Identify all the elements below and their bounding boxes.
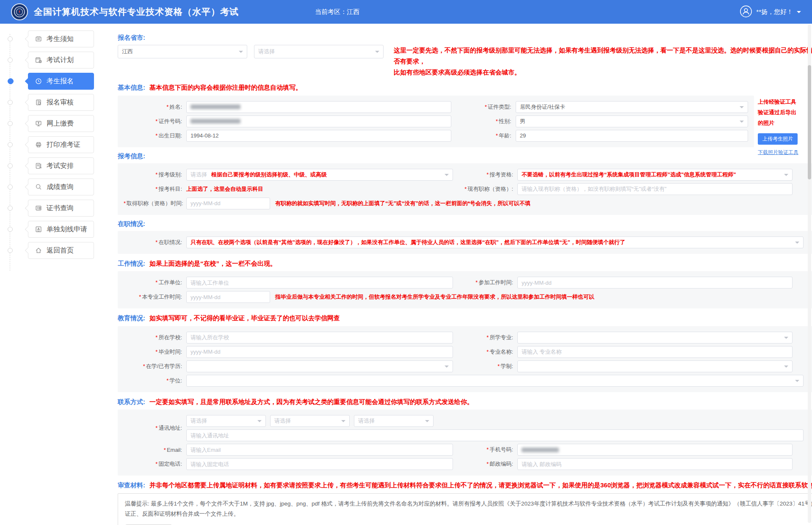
- row-employ-status: *在职情况: 只有在职、在校两个选项（以前是有“其他”选项的，现在好像没了），如…: [124, 236, 812, 248]
- sidebar-item-scores[interactable]: 成绩查询: [28, 179, 94, 195]
- city-select[interactable]: 请选择: [254, 45, 384, 58]
- address-district-select[interactable]: 请选择: [354, 415, 434, 427]
- scrollbar-thumb[interactable]: [808, 65, 811, 179]
- row-grad-majorname: *毕业时间: *专业名称:: [124, 346, 812, 358]
- title-time-input[interactable]: [186, 198, 270, 209]
- address-detail-input[interactable]: [186, 429, 804, 441]
- upload-photo-button[interactable]: 上传考生照片: [758, 133, 798, 145]
- employ-section-head: 在职情况:: [118, 220, 812, 228]
- province-note: 这里一定要先选，不然下面的报考级别那里可能无法选择，如果有考生遇到报考级别无法选…: [394, 45, 812, 78]
- card-notch: [25, 184, 31, 190]
- row-birth-age: *出生日期: *年龄:: [124, 130, 748, 142]
- school-input[interactable]: [186, 332, 453, 344]
- unit-label: *工作单位:: [124, 279, 186, 286]
- sidebar-item-label: 打印准考证: [47, 140, 80, 149]
- document-stamp-icon: [35, 99, 42, 106]
- user-menu[interactable]: **扬，您好！: [740, 5, 801, 19]
- card-notch: [25, 226, 31, 232]
- card-notch: [25, 205, 31, 211]
- sidebar-item-home[interactable]: 返回首页: [28, 242, 94, 259]
- degree-select[interactable]: [186, 375, 804, 387]
- chevron-down-icon: [445, 366, 449, 370]
- gender-label: *性别:: [451, 118, 516, 125]
- row-name-idtype: *姓名: *证件类型: 居民身份证/社保卡: [124, 101, 748, 113]
- work-unit-input[interactable]: [186, 277, 453, 289]
- upload-tip-text: 温馨提示: 最多上传1个文件，每个文件不大于1M，支持 jpg、jpeg、png…: [125, 499, 812, 520]
- title-time-note: 有职称的就如实填写时间，无职称的上面填了“无”或“没有”的话，这一栏前面的*号会…: [275, 200, 530, 207]
- sidebar-item-schedule[interactable]: 考试安排: [28, 157, 94, 174]
- contact-section-note: 一定要如实填写，且是常用联系地址及方式，因为有关考试之类的重要信息可能会通过你填…: [149, 397, 473, 407]
- major-work-time-input[interactable]: [186, 291, 270, 303]
- sidebar-item-review[interactable]: 报名审核: [28, 94, 94, 111]
- grad-label: *毕业时间:: [124, 348, 186, 356]
- work-section-note: 如果上面选择的是“在校”，这一栏不会出现。: [149, 259, 276, 269]
- name-input[interactable]: [186, 101, 451, 113]
- card-notch: [25, 121, 31, 126]
- sidebar-item-register[interactable]: 考生报名: [28, 73, 94, 90]
- email-input[interactable]: [186, 444, 453, 456]
- chevron-down-icon: [784, 174, 788, 178]
- chevron-down-icon: [239, 51, 243, 55]
- zip-input[interactable]: [517, 458, 793, 470]
- age-label: *年龄:: [451, 132, 516, 140]
- phone-input[interactable]: [186, 458, 453, 470]
- birth-input[interactable]: [186, 130, 451, 142]
- site-logo: [11, 3, 28, 20]
- work-section: *工作单位: *参加工作时间: *本专业工作时间: 指毕业后做与本专业相关工作的…: [118, 271, 812, 308]
- scrollbar-track[interactable]: [808, 25, 811, 523]
- grad-time-input[interactable]: [186, 346, 453, 358]
- download-photo-tool-link[interactable]: 下载照片验证工具: [758, 149, 798, 156]
- gender-select[interactable]: 男: [516, 115, 748, 127]
- major-select[interactable]: [517, 332, 793, 344]
- row-school-major: *所在学校: *所学专业:: [124, 332, 812, 344]
- current-region: 当前考区： 江西: [315, 8, 359, 16]
- sidebar-item-label: 考试计划: [47, 56, 74, 65]
- join-work-time-input[interactable]: [517, 277, 793, 289]
- idtype-select[interactable]: 居民身份证/社保卡: [516, 101, 748, 113]
- years-label: *学制:: [453, 363, 517, 370]
- audit-section-label: 审查材料:: [118, 481, 145, 489]
- major-name-input[interactable]: [517, 346, 793, 358]
- row-degree: *学位:: [124, 375, 812, 387]
- level-select[interactable]: 请选择 根据自己要报考的级别选择初级、中级、或高级: [186, 169, 453, 181]
- masked-name-value: [191, 104, 240, 109]
- employ-status-select[interactable]: 只有在职、在校两个选项（以前是有“其他”选项的，现在好像没了），如果没有工作单位…: [186, 236, 804, 248]
- basic-section-note: 基本信息下面的内容会根据你注册时的信息自动填写。: [149, 83, 302, 93]
- address-city-select[interactable]: 请选择: [270, 415, 350, 427]
- sidebar-item-label: 报名审核: [47, 98, 74, 107]
- region-value: 江西: [347, 8, 359, 16]
- major-name-label: *专业名称:: [453, 348, 517, 356]
- school-label: *所在学校:: [124, 334, 186, 341]
- idnum-input[interactable]: [186, 115, 451, 127]
- sidebar: 考生须知 考试计划 考生报名 报名审核: [0, 24, 106, 525]
- name-label: *姓名:: [124, 103, 186, 111]
- qual-select[interactable]: 不要选错，以前有考生出现过报考“系统集成项目管理工程师”选成"信息系统管理工程师…: [517, 169, 793, 181]
- address-province-select[interactable]: 请选择: [186, 415, 266, 427]
- row-title-time: *取得职称（资格）时间: 有职称的就如实填写时间，无职称的上面填了“无”或“没有…: [124, 198, 812, 209]
- age-input[interactable]: [516, 130, 748, 142]
- zip-label: *邮政编码:: [453, 460, 517, 468]
- sidebar-item-plan[interactable]: 考试计划: [28, 52, 94, 69]
- employ-section-label: 在职情况:: [118, 220, 145, 228]
- chevron-down-icon: [425, 420, 429, 424]
- province-section-head: 报名省市:: [118, 34, 812, 42]
- sidebar-item-separate-line[interactable]: 单独划线申请: [28, 221, 94, 238]
- sidebar-item-print-ticket[interactable]: 打印准考证: [28, 136, 94, 153]
- title-input[interactable]: [517, 183, 793, 195]
- degree-level-label: *在学/已有学历:: [124, 363, 186, 370]
- mobile-input[interactable]: [517, 444, 793, 456]
- sidebar-item-certificate[interactable]: 证书查询: [28, 200, 94, 217]
- basic-section-label: 基本信息:: [118, 84, 145, 92]
- row-idnum-gender: *证件号码: *性别: 男: [124, 115, 748, 127]
- sidebar-item-notice[interactable]: 考生须知: [28, 30, 94, 47]
- years-select[interactable]: [517, 360, 793, 372]
- contact-section-label: 联系方式:: [118, 398, 145, 406]
- sidebar-item-payment[interactable]: 网上缴费: [28, 115, 94, 132]
- notice-icon: [35, 35, 42, 43]
- apply-section: *报考级别: 请选择 根据自己要报考的级别选择初级、中级、或高级 *报考资格: …: [118, 163, 812, 215]
- basic-section-head: 基本信息: 基本信息下面的内容会根据你注册时的信息自动填写。: [118, 83, 812, 93]
- degree-level-select[interactable]: [186, 360, 453, 372]
- province-select[interactable]: 江西: [118, 45, 247, 58]
- sidebar-item-label: 网上缴费: [47, 119, 74, 128]
- employ-status-note: 只有在职、在校两个选项（以前是有“其他”选项的，现在好像没了），如果没有工作单位…: [191, 239, 625, 246]
